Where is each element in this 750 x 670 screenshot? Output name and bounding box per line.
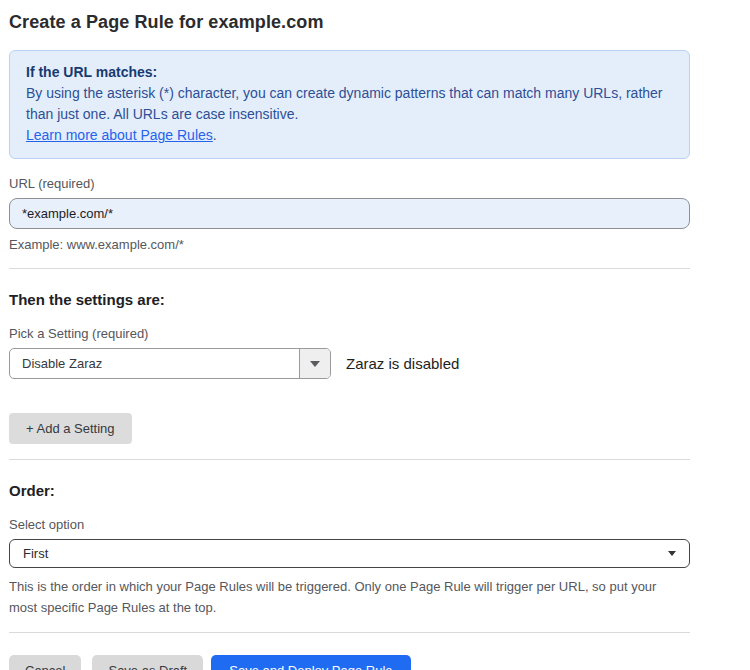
setting-dropdown-arrow-button[interactable] bbox=[299, 349, 330, 378]
setting-dropdown-value: Disable Zaraz bbox=[10, 349, 299, 378]
settings-section-heading: Then the settings are: bbox=[9, 291, 690, 308]
page-rule-form: Create a Page Rule for example.com If th… bbox=[0, 0, 750, 670]
order-select-label: Select option bbox=[9, 517, 690, 532]
url-example-helper: Example: www.example.com/* bbox=[9, 235, 690, 255]
save-and-deploy-button[interactable]: Save and Deploy Page Rule bbox=[211, 655, 410, 670]
divider bbox=[9, 459, 690, 460]
chevron-down-icon bbox=[310, 361, 320, 367]
footer-actions: Cancel Save as Draft Save and Deploy Pag… bbox=[9, 655, 690, 670]
setting-row: Disable Zaraz Zaraz is disabled bbox=[9, 348, 690, 379]
add-setting-button[interactable]: + Add a Setting bbox=[9, 413, 132, 444]
order-select-value: First bbox=[23, 546, 668, 561]
order-select[interactable]: First bbox=[9, 539, 690, 568]
chevron-down-icon bbox=[668, 551, 676, 556]
info-box-heading: If the URL matches: bbox=[26, 62, 673, 83]
divider bbox=[9, 268, 690, 269]
cancel-button[interactable]: Cancel bbox=[9, 655, 81, 670]
info-box-link-line: Learn more about Page Rules. bbox=[26, 125, 673, 146]
url-input[interactable] bbox=[9, 198, 690, 229]
url-field-label: URL (required) bbox=[9, 176, 690, 191]
page-title: Create a Page Rule for example.com bbox=[9, 12, 690, 33]
pick-setting-label: Pick a Setting (required) bbox=[9, 326, 690, 341]
link-suffix: . bbox=[213, 127, 217, 143]
info-box-body: By using the asterisk (*) character, you… bbox=[26, 83, 673, 125]
setting-status-text: Zaraz is disabled bbox=[346, 355, 459, 372]
order-section-heading: Order: bbox=[9, 482, 690, 499]
setting-dropdown[interactable]: Disable Zaraz bbox=[9, 348, 331, 379]
save-as-draft-button[interactable]: Save as Draft bbox=[92, 655, 203, 670]
order-helper-text: This is the order in which your Page Rul… bbox=[9, 576, 681, 618]
url-match-info-box: If the URL matches: By using the asteris… bbox=[9, 50, 690, 159]
divider bbox=[9, 632, 690, 633]
learn-more-link[interactable]: Learn more about Page Rules bbox=[26, 127, 213, 143]
